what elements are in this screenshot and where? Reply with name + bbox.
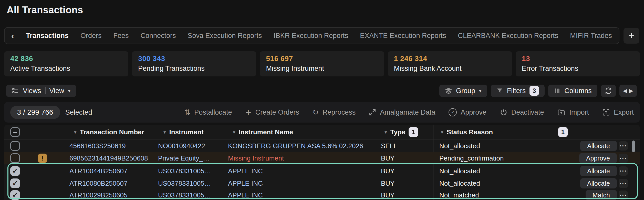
table-row: ATR10080B250607 US0378331005… APPLE INC … [4, 177, 640, 189]
tab-connectors[interactable]: Connectors [140, 32, 176, 40]
filters-button[interactable]: Filters 3 [491, 85, 545, 97]
instrument-cell[interactable]: Private Equity_… [158, 152, 210, 164]
stat-card-active-transactions[interactable]: 42 836 Active Transactions [4, 51, 128, 76]
circle-check-icon: ✓ [449, 108, 457, 116]
column-menu-icon[interactable]: ▾ [74, 129, 77, 135]
create-orders-button[interactable]: + Create Orders [245, 108, 299, 116]
refresh-button[interactable] [601, 85, 616, 97]
approve-label: Approve [461, 108, 486, 116]
row-divider [4, 177, 640, 177]
tabs-scroll-left-icon[interactable]: ‹ [11, 31, 14, 40]
column-pager-button[interactable]: ◀ ▶ [619, 85, 637, 97]
columns-label: Columns [564, 87, 592, 95]
reprocess-label: Reprocess [323, 108, 356, 116]
column-header-transaction-number[interactable]: ▾ Transaction Number [74, 125, 144, 139]
group-button[interactable]: Group ▾ [439, 85, 487, 97]
tab-fees[interactable]: Fees [113, 32, 129, 40]
row-checkbox[interactable] [10, 166, 20, 176]
power-icon [500, 108, 507, 116]
page-left-icon[interactable]: ◀ [623, 88, 627, 94]
row-more-icon[interactable]: ··· [619, 154, 628, 163]
row-checkbox[interactable] [10, 178, 20, 188]
column-header-instrument-name[interactable]: ▾ Instrument Name [233, 125, 293, 139]
redo-icon: ↻ [313, 109, 319, 116]
reprocess-button[interactable]: ↻ Reprocess [313, 108, 356, 116]
instrument-cell[interactable]: NO0010940422 [158, 140, 205, 152]
stat-card-missing-instrument[interactable]: 516 697 Missing Instrument [260, 51, 384, 76]
column-label: Type [390, 128, 406, 136]
column-label: Transaction Number [80, 128, 144, 136]
stat-label: Active Transactions [10, 65, 122, 73]
diverge-arrows-icon [369, 109, 376, 116]
filters-label: Filters [507, 87, 526, 95]
status-reason-cell: Not_matched [439, 189, 479, 200]
match-button[interactable]: Match [586, 190, 617, 200]
tab-transactions[interactable]: Transactions [26, 32, 69, 40]
postallocate-button[interactable]: ⇅ Postallocate [184, 108, 232, 116]
import-button[interactable]: Import [557, 108, 589, 116]
type-cell: BUY [381, 152, 394, 164]
row-checkbox[interactable] [10, 190, 20, 200]
vertical-scrollbar[interactable] [632, 141, 635, 152]
folder-upload-icon [557, 108, 565, 116]
status-reason-cell: Not_allocated [439, 140, 480, 152]
allocate-button[interactable]: Allocate [580, 166, 617, 176]
tab-orders[interactable]: Orders [80, 32, 102, 40]
allocate-button[interactable]: Allocate [580, 141, 617, 151]
tab-exante-execution-reports[interactable]: EXANTE Execution Reports [360, 32, 446, 40]
approve-button[interactable]: ✓ Approve [449, 108, 486, 116]
column-label: Status Reason [447, 128, 493, 136]
stat-value: 516 697 [266, 55, 378, 63]
instrument-cell[interactable]: US0378331005… [158, 165, 211, 177]
deactivate-button[interactable]: Deactivate [500, 108, 544, 116]
allocate-button[interactable]: Allocate [580, 178, 617, 188]
row-divider [4, 165, 640, 165]
column-header-status-reason[interactable]: ▾ Status Reason [441, 125, 493, 139]
stat-card-error-transactions[interactable]: 13 Error Transactions [516, 51, 640, 76]
deactivate-label: Deactivate [511, 108, 544, 116]
transaction-number-link[interactable]: ATR10044B250607 [69, 165, 127, 177]
instrument-cell[interactable]: US0378331005… [158, 177, 211, 189]
column-label: Instrument Name [239, 128, 293, 136]
instrument-name-cell: KONGSBERG GRUPPEN ASA 5.6% 02.2026 [228, 140, 363, 152]
views-button[interactable]: Views View ▾ [6, 85, 76, 97]
transaction-number-link[interactable]: 69856231441949B250608 [69, 152, 148, 164]
column-menu-icon[interactable]: ▾ [385, 129, 387, 135]
stat-label: Missing Instrument [266, 65, 378, 73]
row-more-icon[interactable]: ··· [619, 141, 628, 151]
import-label: Import [569, 108, 589, 116]
instrument-cell[interactable]: US0378331005… [158, 189, 211, 200]
transaction-number-link[interactable]: ATR10080B250607 [69, 177, 127, 189]
column-menu-icon[interactable]: ▾ [441, 129, 443, 135]
tab-ibkr-execution-reports[interactable]: IBKR Execution Reports [274, 32, 348, 40]
stat-card-missing-bank-account[interactable]: 1 246 314 Missing Bank Account [388, 51, 512, 76]
transactions-table: ▾ Transaction Number ▾ Instrument ▾ Inst… [4, 125, 640, 200]
stat-card-pending-transactions[interactable]: 300 343 Pending Transactions [132, 51, 256, 76]
row-checkbox[interactable] [10, 153, 20, 163]
column-header-type[interactable]: ▾ Type 1 [385, 125, 418, 139]
type-cell: BUY [381, 177, 394, 189]
views-list-icon [12, 87, 19, 94]
amalgamate-data-button[interactable]: Amalgamate Data [369, 108, 435, 116]
tab-clearbank-execution-reports[interactable]: CLEARBANK Execution Reports [458, 32, 558, 40]
column-menu-icon[interactable]: ▾ [163, 129, 166, 135]
tab-mifir-trades[interactable]: MIFIR Trades [570, 32, 612, 40]
status-reason-cell: Pending_confirmation [439, 152, 504, 164]
selection-count: 3 / 299 766 [10, 106, 60, 119]
row-checkbox[interactable] [10, 141, 20, 151]
column-menu-icon[interactable]: ▾ [233, 129, 235, 135]
approve-row-button[interactable]: Approve [579, 153, 617, 163]
transaction-number-link[interactable]: 45661603S250619 [69, 140, 126, 152]
row-more-icon[interactable]: ··· [619, 191, 628, 200]
export-button[interactable]: Export [602, 108, 634, 116]
transaction-number-link[interactable]: ATR10029B250605 [69, 189, 127, 200]
select-all-checkbox[interactable] [10, 127, 20, 137]
add-tab-button[interactable]: + [624, 28, 639, 44]
stat-value: 13 [522, 55, 634, 63]
column-header-instrument[interactable]: ▾ Instrument [163, 125, 204, 139]
row-more-icon[interactable]: ··· [619, 179, 628, 188]
tab-sova-execution-reports[interactable]: Sova Execution Reports [188, 32, 262, 40]
page-right-icon[interactable]: ▶ [629, 88, 633, 94]
row-more-icon[interactable]: ··· [619, 166, 628, 176]
columns-button[interactable]: Columns [548, 85, 597, 97]
